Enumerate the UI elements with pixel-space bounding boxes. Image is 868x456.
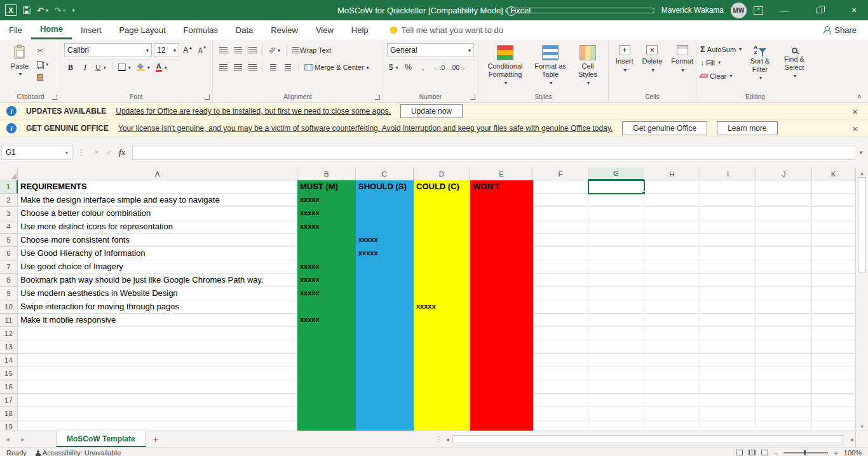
cell-A9[interactable]: Use modern aesthestics in Website Design xyxy=(18,287,297,300)
row-header-18[interactable]: 18 xyxy=(0,407,18,420)
cell-G12[interactable] xyxy=(588,327,644,340)
vertical-scrollbar[interactable]: ▴ ▾ xyxy=(855,168,868,431)
dialog-launcher-icon[interactable] xyxy=(205,95,210,100)
cell-B19[interactable] xyxy=(297,420,356,431)
cell-H9[interactable] xyxy=(644,287,700,300)
cell-F15[interactable] xyxy=(533,367,588,380)
cell-G17[interactable] xyxy=(588,394,644,407)
cell-K9[interactable] xyxy=(812,287,855,300)
ribbon-tab-page-layout[interactable]: Page Layout xyxy=(111,20,175,39)
cell-C16[interactable] xyxy=(356,380,414,394)
cell-D6[interactable] xyxy=(414,247,470,260)
chevron-down-icon[interactable]: ▾ xyxy=(65,150,68,156)
cell-J6[interactable] xyxy=(756,247,812,260)
merge-center-button[interactable]: Merge & Center▾ xyxy=(302,60,371,74)
cell-I14[interactable] xyxy=(700,354,756,367)
cell-A16[interactable] xyxy=(18,380,297,394)
cell-H17[interactable] xyxy=(644,394,700,407)
ribbon-tab-file[interactable]: File xyxy=(0,20,31,39)
accessibility-status[interactable]: Accessibility: Unavailable xyxy=(37,449,121,456)
cell-K6[interactable] xyxy=(812,247,855,260)
cell-K7[interactable] xyxy=(812,260,855,274)
column-header-G[interactable]: G xyxy=(588,168,644,180)
notification-message-link[interactable]: Your license isn't genuine, and you may … xyxy=(118,124,613,133)
conditional-formatting-button[interactable]: Conditional Formatting ▾ xyxy=(482,43,528,91)
cell-B13[interactable] xyxy=(297,340,356,354)
cell-C14[interactable] xyxy=(356,354,414,367)
cell-J10[interactable] xyxy=(756,300,812,314)
cell-D14[interactable] xyxy=(414,354,470,367)
column-header-E[interactable]: E xyxy=(470,168,533,180)
cell-D7[interactable] xyxy=(414,260,470,274)
vertical-scrollbar-thumb[interactable] xyxy=(858,177,866,272)
cell-H2[interactable] xyxy=(644,194,700,207)
cell-J16[interactable] xyxy=(756,380,812,394)
cell-D10[interactable]: xxxxx xyxy=(414,300,470,314)
close-icon[interactable]: × xyxy=(850,106,860,117)
cell-B4[interactable]: xxxxx xyxy=(297,220,356,234)
cell-A11[interactable]: Make it mobile responsive xyxy=(18,314,297,327)
cell-D4[interactable] xyxy=(414,220,470,234)
minimize-button[interactable]: — xyxy=(770,0,798,20)
cell-G8[interactable] xyxy=(588,274,644,287)
orientation-button[interactable]: ab▾ xyxy=(267,43,282,57)
cell-K1[interactable] xyxy=(812,180,855,194)
sheet-nav-left-icon[interactable]: ◂ xyxy=(0,431,15,447)
cell-C13[interactable] xyxy=(356,340,414,354)
learn-more-button[interactable]: Learn more xyxy=(717,121,777,135)
cell-E16[interactable] xyxy=(470,380,533,394)
borders-button[interactable]: ▾ xyxy=(116,60,133,74)
percent-style-button[interactable]: % xyxy=(402,60,415,74)
cell-H3[interactable] xyxy=(644,207,700,220)
row-header-13[interactable]: 13 xyxy=(0,340,18,354)
cell-A18[interactable] xyxy=(18,407,297,420)
customize-quick-access-button[interactable]: ▾ xyxy=(71,8,75,13)
cell-H12[interactable] xyxy=(644,327,700,340)
cell-E13[interactable] xyxy=(470,340,533,354)
column-header-D[interactable]: D xyxy=(414,168,470,180)
cell-K12[interactable] xyxy=(812,327,855,340)
cell-B14[interactable] xyxy=(297,354,356,367)
cell-E18[interactable] xyxy=(470,407,533,420)
cell-F8[interactable] xyxy=(533,274,588,287)
accounting-format-button[interactable]: $▾ xyxy=(387,60,400,74)
ribbon-tab-formulas[interactable]: Formulas xyxy=(175,20,227,39)
cell-J8[interactable] xyxy=(756,274,812,287)
cell-C15[interactable] xyxy=(356,367,414,380)
sheet-bar-divider[interactable]: ⋮ xyxy=(433,431,445,447)
cell-A8[interactable]: Bookmark path way should be just like Go… xyxy=(18,274,297,287)
cell-B2[interactable]: xxxxx xyxy=(297,194,356,207)
cell-I9[interactable] xyxy=(700,287,756,300)
insert-function-icon[interactable]: fx xyxy=(116,148,128,158)
save-button[interactable] xyxy=(22,6,31,15)
scroll-down-icon[interactable]: ▾ xyxy=(860,421,863,431)
cell-G19[interactable] xyxy=(588,420,644,431)
row-header-14[interactable]: 14 xyxy=(0,354,18,367)
zoom-level[interactable]: 100% xyxy=(844,449,862,456)
cancel-icon[interactable]: × xyxy=(90,148,103,157)
italic-button[interactable]: I xyxy=(79,60,92,74)
user-name[interactable]: Maverick Wakama xyxy=(661,6,724,15)
cell-H11[interactable] xyxy=(644,314,700,327)
zoom-in-icon[interactable]: + xyxy=(834,449,837,456)
cell-F1[interactable] xyxy=(533,180,588,194)
cell-I19[interactable] xyxy=(700,420,756,431)
cell-D2[interactable] xyxy=(414,194,470,207)
cell-K13[interactable] xyxy=(812,340,855,354)
font-name-select[interactable]: Calibri▾ xyxy=(64,43,152,57)
cell-G7[interactable] xyxy=(588,260,644,274)
column-header-J[interactable]: J xyxy=(756,168,812,180)
cell-H14[interactable] xyxy=(644,354,700,367)
cell-F16[interactable] xyxy=(533,380,588,394)
cell-B12[interactable] xyxy=(297,327,356,340)
cell-E19[interactable] xyxy=(470,420,533,431)
select-all-button[interactable] xyxy=(0,168,18,180)
cell-I4[interactable] xyxy=(700,220,756,234)
cell-E10[interactable] xyxy=(470,300,533,314)
new-sheet-button[interactable]: + xyxy=(146,431,165,447)
get-genuine-office-button[interactable]: Get genuine Office xyxy=(622,121,707,135)
ribbon-tab-home[interactable]: Home xyxy=(31,20,72,39)
cell-E6[interactable] xyxy=(470,247,533,260)
cell-D1[interactable]: COULD (C) xyxy=(414,180,470,194)
column-header-F[interactable]: F xyxy=(533,168,588,180)
